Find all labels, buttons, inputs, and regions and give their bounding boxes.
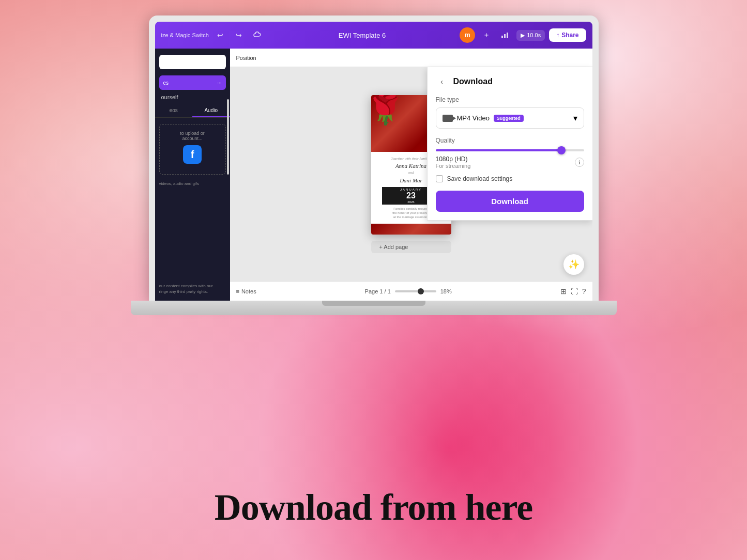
- user-avatar[interactable]: m: [460, 27, 475, 43]
- sidebar-upload-area[interactable]: to upload or account... f: [159, 124, 226, 175]
- notes-button[interactable]: ≡ Notes: [236, 288, 256, 294]
- panel-title: Download: [453, 77, 493, 86]
- quality-label: Quality: [436, 137, 584, 144]
- panel-header: ‹ Download: [436, 75, 584, 88]
- notes-icon: ≡: [236, 288, 239, 294]
- card-bottom-roses: [371, 224, 451, 235]
- download-from-here-heading: Download from here: [0, 486, 747, 529]
- undo-button[interactable]: ↩: [213, 28, 227, 42]
- laptop: ize & Magic Switch ↩ ↪ EWI Template 6: [131, 15, 617, 315]
- tab-audio[interactable]: Audio: [192, 104, 230, 117]
- bottom-text-section: Download from here: [0, 486, 747, 529]
- redo-button[interactable]: ↪: [232, 28, 246, 42]
- canvas-area: Position 🔒: [230, 49, 592, 301]
- page-info: Page 1 / 1 18%: [261, 288, 556, 294]
- play-time: 10.0s: [527, 32, 541, 38]
- download-panel: ‹ Download File type MP4 Video Suggested: [427, 67, 592, 221]
- canvas-toolbar: Position: [230, 49, 592, 67]
- upload-text: to upload or account...: [164, 131, 221, 141]
- sidebar-search[interactable]: [159, 55, 226, 69]
- laptop-screen-outer: ize & Magic Switch ↩ ↪ EWI Template 6: [149, 15, 599, 301]
- facebook-icon[interactable]: f: [183, 145, 202, 164]
- file-type-label: File type: [436, 96, 584, 103]
- sidebar-tabs: eos Audio: [155, 104, 230, 118]
- grid-view-button[interactable]: ⊞: [560, 287, 567, 295]
- help-button[interactable]: ?: [582, 287, 586, 295]
- file-type-value: MP4 Video: [457, 114, 490, 122]
- video-format-icon: [443, 115, 453, 122]
- laptop-base: [131, 301, 617, 315]
- quality-resolution: 1080p (HD): [436, 155, 471, 163]
- document-title: EWI Template 6: [269, 32, 455, 39]
- download-button[interactable]: Download: [436, 191, 584, 212]
- add-button[interactable]: ＋: [479, 28, 494, 42]
- play-button[interactable]: ▶ 10.0s: [516, 30, 545, 41]
- share-button[interactable]: ↑ Share: [549, 28, 586, 42]
- svg-rect-0: [501, 36, 503, 38]
- cloud-save-button[interactable]: [250, 28, 265, 42]
- suggested-badge: Suggested: [494, 115, 524, 122]
- quality-thumb: [557, 146, 566, 154]
- quality-section: Quality 1080p (HD) For streaming: [436, 137, 584, 169]
- quality-info: 1080p (HD) For streaming ℹ: [436, 155, 584, 169]
- play-icon: ▶: [521, 32, 525, 39]
- sidebar-compliance: our content complies with our ringe any …: [155, 281, 230, 297]
- save-settings-checkbox[interactable]: [436, 175, 443, 182]
- sidebar-purple-button[interactable]: es ···: [159, 75, 226, 90]
- chevron-down-icon: ▾: [573, 113, 577, 123]
- position-label: Position: [236, 55, 256, 61]
- quality-track: [436, 149, 562, 151]
- panel-back-button[interactable]: ‹: [436, 75, 448, 88]
- brand-label: ize & Magic Switch: [161, 32, 209, 38]
- tab-videos[interactable]: eos: [155, 104, 193, 117]
- laptop-screen: ize & Magic Switch ↩ ↪ EWI Template 6: [155, 22, 592, 301]
- quality-description: For streaming: [436, 163, 471, 169]
- svg-rect-1: [504, 34, 506, 38]
- purple-btn-dots: ···: [217, 80, 221, 86]
- bottom-bar: ≡ Notes Page 1 / 1 18%: [230, 281, 592, 301]
- topbar-right: m ＋ ▶ 10.0s: [460, 27, 586, 43]
- file-type-select[interactable]: MP4 Video Suggested ▾: [436, 107, 584, 129]
- page-number: Page 1 / 1: [365, 288, 391, 294]
- canva-app: ize & Magic Switch ↩ ↪ EWI Template 6: [155, 22, 592, 301]
- share-label: Share: [561, 32, 578, 39]
- title-text: EWI Template 6: [339, 32, 386, 39]
- notes-label: Notes: [241, 288, 256, 294]
- zoom-percent: 18%: [440, 288, 452, 294]
- topbar-left: ize & Magic Switch: [161, 32, 209, 38]
- sidebar-note: videos, audio and gifs: [155, 179, 230, 189]
- fullscreen-button[interactable]: ⛶: [571, 287, 578, 295]
- zoom-slider[interactable]: [395, 290, 436, 292]
- save-settings-label: Save download settings: [447, 175, 513, 182]
- add-page-button[interactable]: + Add page: [371, 241, 451, 253]
- magic-button[interactable]: ✨: [563, 254, 584, 275]
- sidebar: es ··· ourself eos Audio to upload or ac…: [155, 49, 230, 301]
- topbar: ize & Magic Switch ↩ ↪ EWI Template 6: [155, 22, 592, 49]
- file-type-left: MP4 Video Suggested: [443, 114, 524, 122]
- sidebar-section-label: ourself: [155, 92, 230, 102]
- svg-rect-2: [507, 33, 508, 38]
- info-icon[interactable]: ℹ: [575, 158, 584, 167]
- purple-btn-label: es: [163, 80, 169, 86]
- analytics-icon[interactable]: [498, 28, 512, 42]
- scroll-handle[interactable]: [226, 49, 230, 301]
- main-content: es ··· ourself eos Audio to upload or ac…: [155, 49, 592, 301]
- share-icon: ↑: [556, 32, 559, 39]
- save-settings: Save download settings: [436, 175, 584, 182]
- quality-slider[interactable]: [436, 149, 584, 151]
